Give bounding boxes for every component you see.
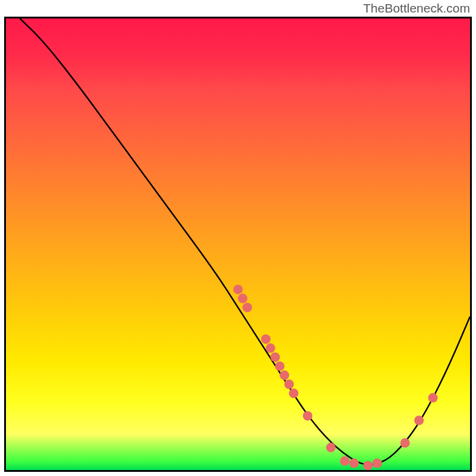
data-point <box>261 334 271 344</box>
data-point <box>233 284 243 294</box>
data-point <box>303 411 312 421</box>
chart-svg <box>6 18 470 470</box>
data-point <box>349 459 359 468</box>
chart-area <box>4 17 472 472</box>
data-point <box>275 361 284 371</box>
data-point <box>428 393 438 403</box>
data-point <box>238 294 248 303</box>
data-point <box>289 389 299 398</box>
data-point <box>326 443 336 452</box>
data-point <box>284 380 294 389</box>
data-point <box>372 459 382 468</box>
data-points <box>233 284 438 470</box>
data-point <box>243 303 252 312</box>
watermark-text: TheBottleneck.com <box>363 1 470 15</box>
data-point <box>280 371 289 380</box>
data-point <box>363 461 372 470</box>
data-point <box>266 343 275 353</box>
data-point <box>400 438 410 447</box>
data-point <box>270 352 280 362</box>
bottleneck-curve <box>20 18 470 465</box>
data-point <box>414 416 424 425</box>
data-point <box>340 456 349 466</box>
